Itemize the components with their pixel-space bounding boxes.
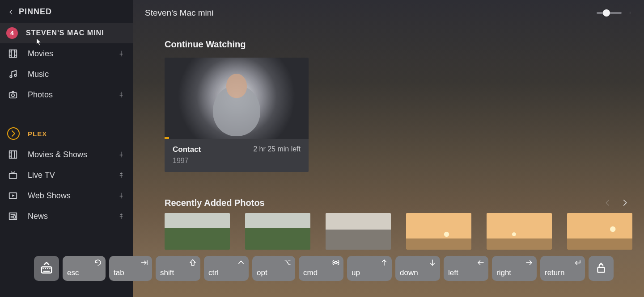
- key-label: esc: [67, 268, 79, 277]
- svg-rect-11: [9, 151, 17, 159]
- camera-icon: [8, 90, 18, 100]
- key-up[interactable]: up: [347, 256, 392, 281]
- film-icon: [8, 150, 18, 159]
- svg-point-10: [12, 94, 14, 96]
- key-label: cmd: [303, 268, 318, 277]
- sidebar-server-row[interactable]: 4 STEVEN'S MAC MINI: [0, 23, 133, 43]
- svg-rect-40: [597, 268, 604, 272]
- cw-title: Contact: [173, 145, 201, 154]
- sidebar-plex-row[interactable]: PLEX: [0, 123, 133, 144]
- arrow-down-icon: [428, 259, 436, 267]
- svg-rect-16: [9, 173, 17, 178]
- news-icon: [8, 211, 18, 221]
- sidebar-item-label: Movies: [28, 49, 53, 59]
- pin-icon: [118, 192, 124, 199]
- sidebar-header[interactable]: PINNED: [0, 0, 133, 23]
- svg-point-7: [10, 75, 12, 78]
- sidebar-header-label: PINNED: [19, 7, 52, 17]
- sidebar-item-news[interactable]: News: [0, 206, 133, 226]
- chevron-right-icon[interactable]: [621, 197, 629, 209]
- cw-year: 1997: [173, 157, 301, 165]
- key-ctrl[interactable]: ctrl: [204, 256, 249, 281]
- continue-watching-heading: Continue Watching: [133, 26, 644, 58]
- sidebar-item-web-shows[interactable]: Web Shows: [0, 185, 133, 206]
- svg-marker-18: [12, 194, 15, 197]
- key-shift[interactable]: shift: [156, 256, 200, 281]
- key-lock[interactable]: [589, 256, 614, 281]
- key-opt[interactable]: opt: [252, 256, 295, 281]
- sidebar-item-label: Live TV: [28, 171, 55, 180]
- photo-thumbnail[interactable]: [326, 213, 391, 250]
- sidebar: PINNED 4 STEVEN'S MAC MINI Movies Music …: [0, 0, 133, 297]
- key-down[interactable]: down: [395, 256, 440, 281]
- command-icon: [332, 259, 340, 267]
- play-icon: [8, 191, 18, 201]
- key-label: shift: [160, 268, 174, 277]
- music-icon: [8, 69, 18, 79]
- key-label: down: [400, 268, 418, 277]
- photo-thumbnail[interactable]: [245, 213, 310, 250]
- photo-thumbnail[interactable]: [165, 213, 230, 250]
- key-label: left: [448, 268, 458, 277]
- cw-progress-bar: [165, 137, 169, 139]
- key-cmd[interactable]: cmd: [299, 256, 343, 281]
- key-esc[interactable]: esc: [63, 256, 106, 281]
- key-label: opt: [257, 268, 267, 277]
- sidebar-item-label: Music: [28, 70, 49, 79]
- photo-row: [133, 213, 644, 250]
- cw-time-left: 2 hr 25 min left: [253, 145, 301, 154]
- server-name: STEVEN'S MAC MINI: [26, 29, 104, 37]
- pin-icon: [118, 50, 124, 57]
- option-icon: [284, 259, 292, 267]
- sidebar-item-photos[interactable]: Photos: [0, 84, 133, 105]
- photo-thumbnail[interactable]: [487, 213, 552, 250]
- sidebar-item-label: Web Shows: [28, 191, 71, 201]
- photo-thumbnail[interactable]: [406, 213, 471, 250]
- page-title: Steven's Mac mini: [145, 8, 597, 18]
- pin-icon: [118, 172, 124, 179]
- svg-rect-27: [42, 267, 52, 273]
- key-tab[interactable]: tab: [109, 256, 152, 281]
- key-label: right: [496, 268, 511, 277]
- shift-icon: [189, 259, 197, 267]
- svg-rect-9: [9, 92, 17, 98]
- more-icon[interactable]: [630, 8, 632, 18]
- sidebar-item-live-tv[interactable]: Live TV: [0, 165, 133, 185]
- key-label: up: [352, 268, 360, 277]
- key-return[interactable]: return: [540, 256, 585, 281]
- zoom-slider-thumb[interactable]: [603, 9, 610, 17]
- chevron-left-icon[interactable]: [604, 197, 612, 209]
- recently-added-photos-heading: Recently Added Photos: [165, 198, 595, 208]
- sidebar-item-label: Photos: [28, 90, 53, 100]
- svg-point-8: [14, 74, 17, 76]
- sidebar-item-movies-shows[interactable]: Movies & Shows: [0, 144, 133, 165]
- key-right[interactable]: right: [492, 256, 537, 281]
- zoom-slider[interactable]: [597, 12, 622, 14]
- sidebar-item-music[interactable]: Music: [0, 64, 133, 84]
- key-left[interactable]: left: [444, 256, 488, 281]
- sidebar-item-label: News: [28, 212, 48, 221]
- svg-point-24: [630, 12, 630, 12]
- svg-point-26: [630, 13, 630, 14]
- svg-rect-23: [14, 216, 16, 218]
- pin-icon: [118, 213, 124, 220]
- chevron-left-icon: [8, 8, 14, 16]
- arrow-right-icon: [525, 259, 533, 267]
- lock-icon: [595, 262, 607, 274]
- svg-rect-0: [9, 50, 17, 58]
- main-area: Steven's Mac mini Continue Watching Cont…: [133, 0, 644, 297]
- pin-icon: [118, 151, 124, 158]
- svg-point-25: [630, 13, 630, 13]
- arrow-left-icon: [477, 259, 485, 267]
- photo-thumbnail[interactable]: [567, 213, 632, 250]
- sidebar-item-label: Movies & Shows: [28, 150, 87, 159]
- sidebar-item-movies[interactable]: Movies: [0, 43, 133, 64]
- continue-watching-card[interactable]: Contact 2 hr 25 min left 1997: [165, 58, 309, 172]
- plex-icon: [7, 127, 20, 140]
- keyboard-toggle-button[interactable]: [34, 256, 59, 281]
- esc-icon: [94, 259, 102, 267]
- keyboard-icon: [40, 261, 53, 275]
- tv-icon: [8, 170, 18, 180]
- key-label: tab: [114, 268, 124, 277]
- return-icon: [573, 259, 581, 267]
